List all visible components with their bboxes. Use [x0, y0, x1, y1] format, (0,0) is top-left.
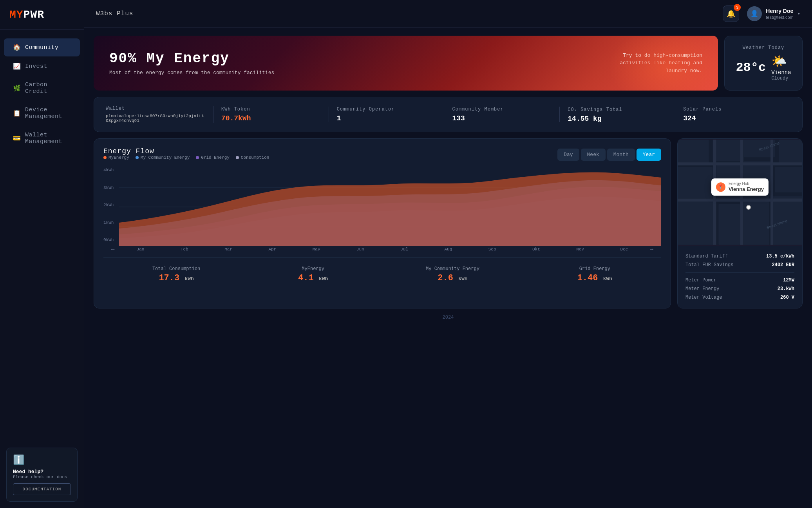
user-menu[interactable]: 👤 Henry Doe test@test.com ▾: [747, 6, 800, 21]
svg-rect-10: [678, 167, 713, 198]
eur-savings-value: 2402 EUR: [772, 262, 794, 268]
invest-icon: 📈: [13, 63, 20, 70]
co2-label: CO₂ Savings Total: [568, 107, 667, 112]
tab-month[interactable]: Month: [607, 149, 635, 161]
wallet-icon: 💳: [13, 135, 20, 142]
y-label-3kwh: 3kWh: [103, 185, 119, 190]
community-member-value: 133: [452, 114, 552, 122]
logo-area: MYPWR: [0, 0, 84, 30]
energy-chart-svg: [119, 168, 661, 246]
community-member-label: Community Member: [452, 107, 552, 112]
hero-left: 90% My Energy Most of the energy comes f…: [109, 51, 274, 76]
weather-city: Vienna: [771, 69, 791, 76]
main-content: W3bs Plus 🔔 3 👤 Henry Doe test@test.com …: [84, 0, 812, 508]
x-next-arrow[interactable]: →: [650, 246, 653, 252]
svg-rect-13: [775, 167, 802, 192]
help-subtitle: Please check our docs: [13, 475, 71, 479]
hero-title: 90% My Energy: [109, 51, 274, 67]
energy-flow-title: Energy Flow: [103, 147, 269, 155]
hero-subtitle: Most of the energy comes from the commun…: [109, 70, 274, 76]
chart-divider: [103, 257, 661, 258]
total-community-energy: My Community Energy 2.6 kWh: [426, 266, 479, 283]
map-card: Street Name Street Name 📍 Energy Hub Vie…: [677, 138, 803, 308]
total-grid-energy-value: 1.46 kWh: [577, 273, 612, 283]
meter-voltage-label: Meter Voltage: [685, 295, 722, 300]
documentation-button[interactable]: DOCUMENTATION: [13, 483, 71, 495]
community-operator-label: Community Operator: [337, 107, 436, 112]
weather-card: Weather Today 28°c 🌤️ Vienna Cloudy: [724, 36, 803, 91]
sidebar-item-wallet[interactable]: 💳 Wallet Management: [4, 126, 80, 151]
chevron-down-icon: ▾: [798, 11, 800, 17]
stat-solar: Solar Panels 324: [675, 107, 790, 122]
footer-year: 2024: [443, 315, 454, 320]
kwh-token-label: KWh Token: [221, 107, 321, 112]
total-myenergy-value: 4.1 kWh: [298, 273, 328, 283]
tab-year[interactable]: Year: [637, 149, 661, 161]
y-label-1kwh: 1kWh: [103, 220, 119, 225]
sidebar-item-invest[interactable]: 📈 Invest: [4, 57, 80, 75]
sidebar-item-device[interactable]: 📋 Device Management: [4, 101, 80, 125]
map-popup-text: Energy Hub Vienna Energy: [729, 181, 764, 192]
sidebar-item-community[interactable]: 🏠 Community: [4, 38, 80, 56]
energy-card-header: Energy Flow MyEnergy My Community Energy: [103, 147, 661, 161]
user-email: test@test.com: [766, 15, 793, 20]
total-consumption: Total Consumption 17.3 kWh: [152, 266, 200, 283]
hero-tip: Try to do high-consumption activities li…: [600, 52, 702, 75]
svg-rect-17: [773, 196, 802, 245]
svg-rect-6: [678, 140, 709, 163]
x-nav: ← Jan Feb Mar Apr May Jun Jul Aug Sep Ok…: [103, 246, 661, 252]
legend-consumption: Consumption: [236, 155, 269, 160]
weather-temp: 28°c: [736, 60, 766, 75]
x-label-jul: Jul: [400, 247, 408, 252]
map-info-standard-tariff: Standard Tariff 13.5 c/kWh: [685, 252, 794, 261]
total-myenergy: MyEnergy 4.1 kWh: [298, 266, 328, 283]
hero-banner: 90% My Energy Most of the energy comes f…: [94, 36, 718, 91]
wallet-address: p1mntvaloper1tcsa807r89zwh0j1yt2pjn1tk03…: [106, 114, 205, 123]
svg-rect-14: [678, 202, 714, 245]
weather-icon: 🌤️: [771, 54, 791, 69]
meter-energy-value: 23.kWh: [778, 286, 794, 292]
map-area: Street Name Street Name 📍 Energy Hub Vie…: [678, 139, 802, 246]
stats-bar: Wallet p1mntvaloper1tcsa807r89zwh0j1yt2p…: [94, 97, 803, 132]
nav-items: 🏠 Community 📈 Invest 🌿 Carbon Credit 📋 D…: [0, 30, 84, 441]
x-label-aug: Aug: [444, 247, 452, 252]
wallet-label: Wallet: [106, 106, 205, 111]
legend-community-energy: My Community Energy: [136, 155, 190, 160]
tab-day[interactable]: Day: [557, 149, 579, 161]
sidebar-item-carbon[interactable]: 🌿 Carbon Credit: [4, 76, 80, 100]
weather-label: Weather Today: [743, 45, 785, 51]
map-info-meter-power: Meter Power 12MW: [685, 276, 794, 285]
avatar: 👤: [747, 6, 762, 21]
consumption-legend-label: Consumption: [241, 155, 269, 160]
carbon-icon: 🌿: [13, 85, 20, 92]
tab-week[interactable]: Week: [581, 149, 606, 161]
total-consumption-label: Total Consumption: [152, 266, 200, 272]
sidebar: MYPWR 🏠 Community 📈 Invest 🌿 Carbon Cred…: [0, 0, 84, 508]
consumption-dot: [236, 156, 239, 159]
notification-button[interactable]: 🔔 3: [723, 5, 739, 22]
svg-rect-15: [718, 204, 740, 245]
logo-my: MY: [9, 9, 24, 21]
community-energy-legend-label: My Community Energy: [141, 155, 190, 160]
x-prev-arrow[interactable]: ←: [111, 246, 114, 252]
map-info-divider: [685, 272, 794, 273]
map-popup-label: Energy Hub: [729, 181, 764, 186]
notification-badge: 3: [734, 4, 741, 11]
map-info: Standard Tariff 13.5 c/kWh Total EUR Sav…: [678, 246, 802, 308]
community-energy-dot: [136, 156, 139, 159]
total-community-energy-label: My Community Energy: [426, 266, 479, 272]
map-popup: 📍 Energy Hub Vienna Energy: [711, 178, 769, 196]
eur-savings-label: Total EUR Savings: [685, 262, 733, 268]
co2-value: 14.55 kg: [568, 115, 667, 123]
meter-voltage-value: 260 V: [780, 295, 794, 300]
device-icon: 📋: [13, 110, 20, 117]
grid-energy-dot: [196, 156, 199, 159]
x-label-mar: Mar: [224, 247, 232, 252]
meter-energy-label: Meter Energy: [685, 286, 719, 292]
myenergy-legend-label: MyEnergy: [109, 155, 129, 160]
legend-grid-energy: Grid Energy: [196, 155, 230, 160]
topbar: W3bs Plus 🔔 3 👤 Henry Doe test@test.com …: [84, 0, 812, 28]
footer: 2024: [94, 308, 803, 327]
community-operator-value: 1: [337, 114, 436, 122]
stat-wallet: Wallet p1mntvaloper1tcsa807r89zwh0j1yt2p…: [106, 106, 213, 123]
